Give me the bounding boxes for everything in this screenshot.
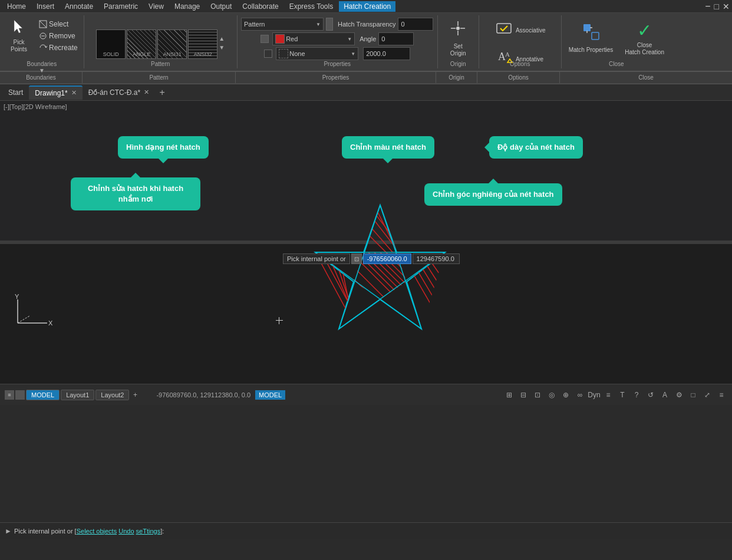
- menu-annotate[interactable]: Annotate: [60, 1, 98, 12]
- pattern-scroll-up[interactable]: ▲: [219, 35, 225, 42]
- customize-icon[interactable]: ≡: [715, 389, 727, 401]
- iso-icon[interactable]: □: [687, 389, 699, 401]
- bg-color-icon: [264, 50, 272, 58]
- cmdline: ► Pick internal point or [Select objects…: [0, 522, 732, 539]
- pick-points-button[interactable]: Pick Points: [4, 17, 34, 59]
- window-close-icon[interactable]: ✕: [723, 2, 730, 11]
- close-hatch-button[interactable]: ✓ Close Hatch Creation: [621, 18, 668, 58]
- select-icon: [39, 20, 47, 28]
- angle-swatch[interactable]: ANGLE: [127, 29, 156, 59]
- options-group: Associative A A Annotative Options: [479, 15, 562, 68]
- tab-drawing2[interactable]: Đồ-án CTC-Đ.a* ✕: [83, 86, 155, 99]
- osnap-icon[interactable]: ⊕: [560, 389, 572, 401]
- bg-dropdown[interactable]: None ▼: [276, 47, 358, 60]
- ribbon: Home Insert Annotate Parametric View Man…: [0, 0, 732, 84]
- tspace-icon[interactable]: T: [616, 389, 628, 401]
- boundaries-group-label: Boundaries: [27, 61, 57, 67]
- workspace-icon[interactable]: ⚙: [673, 389, 685, 401]
- bottom-viewport[interactable]: Pick internal point or ⊡ -976560060.0 12…: [0, 244, 732, 384]
- sel-cycle-icon[interactable]: ↺: [645, 389, 657, 401]
- qp-icon[interactable]: ?: [631, 389, 642, 401]
- annotation-chinh-goc: Chỉnh góc nghiêng của nét hatch: [424, 183, 562, 206]
- pattern-group: SOLID ANGLE ANSI31 ANSI32 ▲ ▼ Pattern: [84, 15, 238, 68]
- menu-express-tools[interactable]: Express Tools: [285, 1, 338, 12]
- pattern-dropdown[interactable]: Pattern ▼: [241, 18, 324, 31]
- restore-icon[interactable]: □: [714, 2, 719, 11]
- menu-output[interactable]: Output: [206, 1, 236, 12]
- solid-swatch[interactable]: SOLID: [96, 29, 126, 59]
- select-button[interactable]: Select: [37, 19, 80, 29]
- origin-group-label: Origin: [450, 61, 466, 67]
- layout2-tab[interactable]: Layout2: [95, 390, 129, 400]
- set-origin-button[interactable]: Set Origin: [443, 17, 473, 60]
- menu-view[interactable]: View: [144, 1, 169, 12]
- coord-input-box: Pick internal point or ⊡ -976560060.0 12…: [283, 253, 460, 264]
- match-properties-icon: [582, 22, 601, 45]
- remove-button[interactable]: Remove: [37, 31, 80, 41]
- menu-insert[interactable]: Insert: [32, 1, 59, 12]
- transparency-input[interactable]: [398, 18, 433, 31]
- boundaries-expand[interactable]: ▼: [37, 67, 47, 74]
- menubar: Home Insert Annotate Parametric View Man…: [0, 0, 732, 13]
- ansi32-swatch[interactable]: ANSI32: [188, 29, 217, 59]
- statusbar: ≡ MODEL Layout1 Layout2 + -976089760.0, …: [0, 384, 732, 405]
- recreate-button[interactable]: Recreate: [37, 42, 80, 53]
- color-swatch-red: [275, 34, 285, 44]
- associative-label: Associative: [516, 27, 546, 34]
- svg-line-54: [18, 316, 29, 323]
- ansi31-swatch[interactable]: ANSI31: [157, 29, 187, 59]
- dynin-icon[interactable]: Dyn: [588, 389, 600, 401]
- lweight-icon[interactable]: ≡: [602, 389, 614, 401]
- angle-label: ANGLE: [133, 51, 151, 57]
- angle-input[interactable]: [378, 32, 414, 45]
- recreate-icon: [39, 44, 47, 52]
- polar-icon[interactable]: ◎: [546, 389, 558, 401]
- model-tab[interactable]: MODEL: [26, 390, 60, 400]
- svg-text:Y: Y: [15, 294, 19, 300]
- boundaries-group: Pick Points Select Remove: [0, 15, 84, 68]
- tab-drawing1[interactable]: Drawing1* ✕: [29, 85, 82, 100]
- tab-start[interactable]: Start: [2, 86, 29, 99]
- svg-line-1: [39, 21, 47, 28]
- add-tab-button[interactable]: +: [155, 85, 169, 100]
- snap-icon[interactable]: ⊟: [517, 389, 529, 401]
- star-shape: [309, 199, 451, 337]
- associative-button[interactable]: Associative: [491, 17, 549, 44]
- cmd-text: Pick internal point or [Select objects U…: [14, 528, 164, 535]
- otrack-icon[interactable]: ∞: [574, 389, 586, 401]
- menu-parametric[interactable]: Parametric: [99, 1, 143, 12]
- color-dropdown[interactable]: Red ▼: [272, 32, 355, 45]
- menu-home[interactable]: Home: [2, 1, 31, 12]
- pattern-settings-icon[interactable]: [326, 18, 333, 31]
- grid-icon[interactable]: ⊞: [503, 389, 515, 401]
- associative-icon: [494, 19, 513, 41]
- coord-x-value[interactable]: -976560060.0: [363, 253, 411, 264]
- coord-icon: ⊡: [351, 253, 362, 264]
- svg-marker-15: [315, 205, 445, 329]
- add-layout-icon[interactable]: +: [130, 390, 140, 400]
- layout-menu-icon[interactable]: ≡: [5, 390, 14, 400]
- pattern-scroll-down[interactable]: ▼: [219, 44, 225, 51]
- layout1-tab[interactable]: Layout1: [61, 390, 94, 400]
- coord-prompt: Pick internal point or: [283, 253, 350, 264]
- properties-group-label: Properties: [324, 61, 351, 67]
- layout-add-icon[interactable]: [15, 390, 25, 400]
- options-group-label: Options: [510, 61, 530, 67]
- scale-input[interactable]: [363, 47, 410, 60]
- menu-hatch-creation[interactable]: Hatch Creation: [339, 1, 395, 12]
- anno-mon-icon[interactable]: A: [659, 389, 671, 401]
- menu-collaborate[interactable]: Collaborate: [238, 1, 283, 12]
- fullscreen-icon[interactable]: ⤢: [701, 389, 713, 401]
- match-properties-button[interactable]: Match Properties: [565, 20, 617, 56]
- pattern-footer: Pattern: [83, 72, 236, 83]
- ortho-icon[interactable]: ⊡: [532, 389, 543, 401]
- menu-manage[interactable]: Manage: [170, 1, 205, 12]
- tab-drawing1-close[interactable]: ✕: [71, 89, 77, 97]
- svg-rect-13: [583, 24, 591, 31]
- solid-label: SOLID: [103, 51, 119, 57]
- minimize-icon[interactable]: −: [705, 1, 710, 12]
- annotative-button[interactable]: A A Annotative: [491, 45, 549, 73]
- tab-drawing2-close[interactable]: ✕: [144, 88, 149, 96]
- svg-marker-16: [364, 205, 397, 252]
- coord-y-value[interactable]: 129467590.0: [413, 253, 460, 264]
